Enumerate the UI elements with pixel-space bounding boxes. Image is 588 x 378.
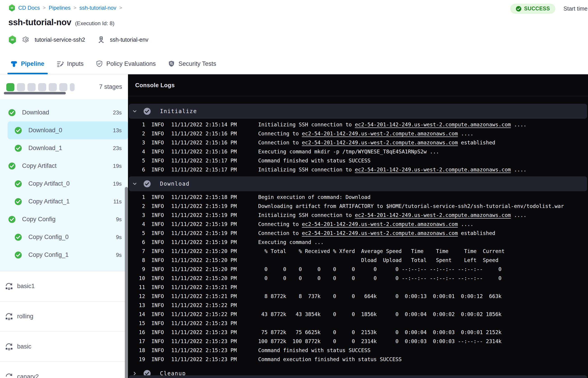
log-message: Command execution finished with status S… (258, 356, 402, 362)
pipeline-icon (10, 60, 18, 67)
log-timestamp: 11/11/2022 2:15:14 PM (171, 122, 247, 127)
tabs: PipelineInputsPolicy EvaluationsSecurity… (0, 54, 588, 74)
service-name[interactable]: tutorial-service-ssh2 (35, 37, 85, 43)
log-level: INFO (151, 302, 171, 308)
log-message: Connection to ec2-54-201-142-249.us-west… (258, 230, 495, 236)
log-line-number: 13 (133, 302, 145, 308)
log-level: INFO (151, 311, 171, 317)
log-timestamp: 11/11/2022 2:15:20 PM (171, 266, 247, 272)
log-timestamp: 11/11/2022 2:15:21 PM (171, 284, 247, 290)
section-header-initialize[interactable]: Initialize (129, 104, 587, 119)
log-message: 75 8772k 75 6625k 0 0 2153k 0 0:00:04 0:… (258, 329, 501, 335)
log-line: 4INFO11/11/2022 2:15:19 PMConnecting to … (128, 220, 588, 229)
pipeline-row-canary2[interactable]: canary2 (0, 362, 128, 378)
log-timestamp: 11/11/2022 2:15:19 PM (171, 221, 247, 227)
tab-inputs[interactable]: Inputs (56, 54, 84, 74)
log-level: INFO (151, 230, 171, 236)
log-line: 14INFO11/11/2022 2:15:22 PM 43 8772k 43 … (128, 310, 588, 319)
stage-row-copy-artifact[interactable]: Copy Artifact19s (0, 157, 128, 175)
log-line: 2INFO11/11/2022 2:15:16 PMConnecting to … (128, 129, 588, 138)
tab-pipeline[interactable]: Pipeline (10, 54, 44, 74)
log-line-number: 2 (133, 131, 145, 136)
pipeline-label: basic (17, 343, 31, 350)
host-link[interactable]: ec2-54-201-142-249.us-west-2.compute.ama… (302, 230, 458, 236)
log-line: 7INFO11/11/2022 2:15:20 PM % Total % Rec… (128, 247, 588, 256)
tab-label: Security Tests (178, 60, 216, 67)
host-link[interactable]: ec2-54-201-142-249.us-west-2.compute.ama… (302, 131, 458, 136)
harness-cd-icon: ∞ (9, 4, 15, 12)
host-link[interactable]: ec2-54-201-142-249.us-west-2.compute.ama… (302, 221, 458, 227)
stage-row-download[interactable]: Download23s (0, 104, 128, 122)
stage-row-download-1[interactable]: Download_123s (0, 139, 128, 157)
log-line: 4INFO11/11/2022 2:15:16 PMExecuting comm… (128, 147, 588, 156)
sidebar-scrollbar-thumb[interactable] (125, 187, 128, 378)
log-line-number: 19 (133, 356, 145, 362)
log-level: INFO (151, 140, 171, 146)
log-line-number: 2 (133, 203, 145, 209)
log-section-download: Download1INFO11/11/2022 2:15:18 PMBegin … (128, 176, 588, 364)
log-timestamp: 11/11/2022 2:15:20 PM (171, 248, 247, 254)
log-message: Downloading artifact from ARTIFACTORY to… (258, 203, 564, 209)
host-link[interactable]: ec2-54-201-142-249.us-west-2.compute.ama… (355, 122, 511, 127)
stage-list: Download23sDownload_013sDownload_123sCop… (0, 99, 128, 271)
log-line-number: 8 (133, 257, 145, 263)
tab-label: Policy Evaluations (106, 60, 156, 67)
stage-row-copy-config-1[interactable]: Copy Config_19s (0, 246, 128, 264)
stage-row-copy-config-0[interactable]: Copy Config_09s (0, 228, 128, 246)
chevron-down-icon[interactable] (132, 181, 137, 187)
chevron-down-icon[interactable] (132, 108, 137, 114)
log-message: Initializing SSH connection to ec2-54-20… (258, 167, 526, 173)
check-circle-icon (516, 6, 521, 12)
log-line-number: 6 (133, 239, 145, 245)
log-line-number: 17 (133, 338, 145, 344)
stage-row-copy-config[interactable]: Copy Config9s (0, 210, 128, 228)
stage-progress-scrollbar[interactable] (4, 92, 66, 94)
log-message: Initializing SSH connection to ec2-54-20… (258, 122, 526, 127)
log-line-number: 3 (133, 140, 145, 146)
breadcrumb-link-pipelines[interactable]: Pipelines (49, 5, 70, 11)
stage-progress: 7 stages (0, 74, 128, 99)
tab-policy-evaluations[interactable]: Policy Evaluations (96, 54, 156, 74)
success-check-icon (8, 109, 16, 116)
breadcrumb-link-cd-docs[interactable]: CD Docs (18, 5, 40, 11)
log-level: INFO (151, 347, 171, 353)
log-level: INFO (151, 122, 171, 127)
host-link[interactable]: ec2-54-201-142-249.us-west-2.compute.ama… (355, 167, 511, 173)
stage-row-download-0[interactable]: Download_013s (8, 122, 128, 139)
host-link[interactable]: ec2-54-201-142-249.us-west-2.compute.ama… (355, 212, 511, 218)
section-label: Download (160, 181, 190, 187)
stage-label: Copy Config_1 (28, 251, 69, 258)
pipeline-label: rolling (17, 313, 33, 320)
log-line: 6INFO11/11/2022 2:15:19 PMExecuting comm… (128, 238, 588, 247)
stage-square-5 (49, 83, 57, 91)
log-message: Executing command mkdir -p /tmp/WYQNESE_… (258, 149, 439, 155)
log-message: 0 0 0 0 0 0 0 0 --:--:-- --:--:-- --:--:… (258, 275, 501, 281)
stage-square-7 (70, 83, 75, 91)
section-header-download[interactable]: Download (129, 176, 587, 191)
log-line: 12INFO11/11/2022 2:15:21 PM 8 8772k 8 73… (128, 292, 588, 301)
stage-row-copy-artifact-1[interactable]: Copy Artifact_111s (0, 193, 128, 210)
log-level: INFO (151, 212, 171, 218)
tab-security-tests[interactable]: Security Tests (168, 54, 216, 74)
host-link[interactable]: ec2-54-201-142-249.us-west-2.compute.ama… (302, 140, 458, 146)
section-check-icon (143, 108, 151, 115)
stage-label: Download_1 (28, 145, 62, 152)
stage-row-copy-artifact-0[interactable]: Copy Artifact_019s (0, 175, 128, 193)
success-check-icon (14, 127, 22, 134)
rollout-icon (5, 373, 13, 378)
stage-duration: 11s (113, 199, 122, 205)
tab-label: Inputs (67, 60, 84, 67)
section-check-icon (143, 180, 151, 188)
start-time-label: Start time (563, 5, 588, 12)
log-timestamp: 11/11/2022 2:15:19 PM (171, 239, 247, 245)
environment-name[interactable]: ssh-tutorial-env (110, 37, 148, 43)
breadcrumb-link-ssh-tutorial-nov[interactable]: ssh-tutorial-nov (79, 5, 116, 11)
pipeline-row-basic[interactable]: basic (0, 331, 128, 362)
log-message: 8 8772k 8 737k 0 0 664k 0 0:00:13 0:00:0… (258, 293, 501, 299)
pipeline-row-basic1[interactable]: basic1 (0, 271, 128, 301)
log-level: INFO (151, 266, 171, 272)
pipeline-row-rolling[interactable]: rolling (0, 301, 128, 331)
log-level: INFO (151, 149, 171, 155)
console-body: Initialize1INFO11/11/2022 2:15:14 PMInit… (128, 96, 588, 378)
stage-duration: 19s (113, 181, 122, 187)
